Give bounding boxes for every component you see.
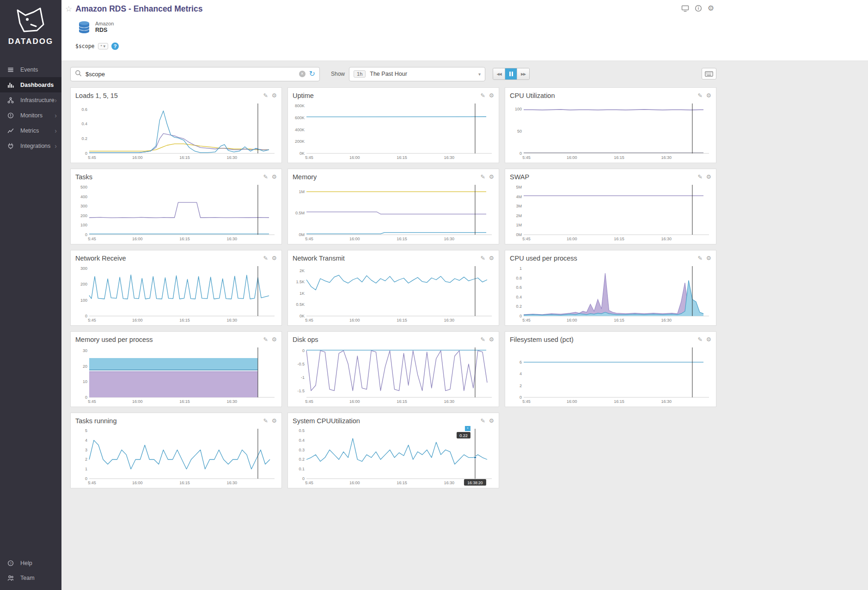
svg-text:4: 4 — [520, 371, 522, 376]
forward-button[interactable]: ▶▶ — [517, 68, 529, 79]
chart-plot-tasks-running[interactable]: 0123455:4516:0016:1516:30 — [75, 426, 277, 486]
chart-plot-tasks[interactable]: 01002003004005005:4516:0016:1516:30 — [75, 182, 277, 242]
svg-text:16:00: 16:00 — [349, 318, 360, 322]
svg-text:0.8: 0.8 — [516, 276, 522, 280]
chart-title: Network Receive — [75, 255, 126, 262]
edit-chart-pencil-icon[interactable]: ✎ — [480, 418, 485, 424]
svg-text:1: 1 — [520, 266, 522, 271]
edit-chart-pencil-icon[interactable]: ✎ — [480, 93, 485, 99]
edit-chart-pencil-icon[interactable]: ✎ — [697, 255, 702, 262]
chart-plot-network-receive[interactable]: 01002003005:4516:0016:1516:30 — [75, 263, 277, 323]
chart-plot-swap[interactable]: 0M1M2M3M4M5M5:4516:0016:1516:30 — [510, 182, 711, 242]
chart-plot-uptime[interactable]: 0K200K400K600K800K5:4516:0016:1516:30 — [293, 101, 494, 161]
sidebar-item-team[interactable]: Team — [0, 571, 61, 585]
svg-text:0.2: 0.2 — [81, 136, 87, 141]
chart-plot-cpu-utilization[interactable]: 0501005:4516:0016:1516:30 — [510, 101, 711, 161]
chart-title: CPU Utilization — [510, 92, 555, 99]
svg-text:200K: 200K — [295, 139, 305, 144]
svg-text:16:30: 16:30 — [444, 481, 455, 485]
chart-settings-gear-icon[interactable]: ⚙ — [706, 93, 711, 99]
edit-chart-pencil-icon[interactable]: ✎ — [263, 337, 268, 343]
chart-card-network-transmit: Network Transmit✎⚙0K0.5K1K1.5K2K5:4516:0… — [287, 250, 499, 326]
svg-text:16:38:20: 16:38:20 — [467, 481, 483, 485]
svg-text:*: * — [467, 426, 468, 431]
edit-chart-pencil-icon[interactable]: ✎ — [697, 93, 702, 99]
edit-chart-pencil-icon[interactable]: ✎ — [480, 174, 485, 180]
chart-plot-disk-ops[interactable]: 0-0.5-1-1.55:4516:0016:1516:30 — [293, 345, 494, 405]
chart-settings-gear-icon[interactable]: ⚙ — [706, 255, 711, 262]
svg-text:2K: 2K — [300, 268, 305, 273]
show-label: Show — [331, 71, 345, 77]
chart-settings-gear-icon[interactable]: ⚙ — [272, 418, 277, 424]
sidebar-item-metrics[interactable]: Metrics › — [0, 123, 61, 138]
sidebar-item-infrastructure[interactable]: Infrastructure › — [0, 92, 61, 108]
edit-chart-pencil-icon[interactable]: ✎ — [480, 255, 485, 262]
svg-text:16:00: 16:00 — [132, 237, 143, 241]
sidebar-item-help[interactable]: ? Help — [0, 556, 61, 571]
sidebar-item-events[interactable]: Events — [0, 62, 61, 77]
chart-settings-gear-icon[interactable]: ⚙ — [489, 418, 494, 424]
tv-mode-icon[interactable] — [681, 5, 689, 12]
chart-title: Filesystem used (pct) — [510, 336, 574, 343]
sidebar-item-integrations[interactable]: Integrations › — [0, 138, 61, 153]
edit-chart-pencil-icon[interactable]: ✎ — [697, 174, 702, 180]
svg-text:16:15: 16:15 — [614, 318, 624, 322]
favorite-star-icon[interactable]: ☆ — [65, 4, 72, 14]
chart-settings-gear-icon[interactable]: ⚙ — [272, 337, 277, 343]
chart-card-disk-ops: Disk ops✎⚙0-0.5-1-1.55:4516:0016:1516:30 — [287, 331, 499, 407]
chart-plot-loads[interactable]: 00.20.40.65:4516:0016:1516:30 — [75, 101, 277, 161]
chart-settings-gear-icon[interactable]: ⚙ — [489, 93, 494, 99]
main-area: ☆ Amazon RDS - Enhanced Metrics i ⚙ Amaz… — [61, 0, 868, 488]
chart-settings-gear-icon[interactable]: ⚙ — [272, 174, 277, 180]
info-icon[interactable]: i — [695, 5, 702, 12]
edit-chart-pencil-icon[interactable]: ✎ — [480, 337, 485, 343]
chart-settings-gear-icon[interactable]: ⚙ — [489, 174, 494, 180]
chart-settings-gear-icon[interactable]: ⚙ — [272, 93, 277, 99]
pause-button[interactable] — [505, 68, 517, 79]
chart-plot-cpu-per-process[interactable]: 00.20.40.60.815:4516:0016:1516:30 — [510, 263, 711, 323]
svg-text:5:45: 5:45 — [88, 318, 96, 322]
chart-settings-gear-icon[interactable]: ⚙ — [706, 337, 711, 343]
svg-text:2: 2 — [85, 457, 87, 462]
clear-search-icon[interactable]: × — [299, 71, 306, 77]
template-variable-row: $scope * ▾ ? — [75, 43, 868, 50]
time-range-select[interactable]: 1h The Past Hour ▾ — [349, 67, 485, 81]
chart-settings-gear-icon[interactable]: ⚙ — [272, 255, 277, 262]
template-variable-selector[interactable]: * ▾ — [98, 43, 109, 49]
sidebar-item-dashboards[interactable]: Dashboards — [0, 77, 61, 92]
edit-chart-pencil-icon[interactable]: ✎ — [263, 174, 268, 180]
settings-gear-icon[interactable]: ⚙ — [708, 5, 714, 12]
svg-text:16:30: 16:30 — [227, 237, 238, 241]
svg-text:5:45: 5:45 — [522, 399, 531, 404]
svg-text:400K: 400K — [295, 128, 305, 132]
rewind-button[interactable]: ◀◀ — [493, 68, 505, 79]
edit-chart-pencil-icon[interactable]: ✎ — [263, 255, 268, 262]
svg-text:300: 300 — [80, 204, 87, 208]
svg-text:400: 400 — [80, 195, 87, 199]
chart-plot-network-transmit[interactable]: 0K0.5K1K1.5K2K5:4516:0016:1516:30 — [293, 263, 494, 323]
chart-settings-gear-icon[interactable]: ⚙ — [489, 255, 494, 262]
refresh-icon[interactable]: ↻ — [309, 70, 315, 78]
chart-plot-memory[interactable]: 0M0.5M1M5:4516:0016:1516:30 — [293, 182, 494, 242]
sidebar-item-monitors[interactable]: Monitors › — [0, 108, 61, 123]
chart-plot-memory-per-process[interactable]: 01020305:4516:0016:1516:30 — [75, 345, 277, 405]
svg-text:0: 0 — [520, 314, 522, 318]
edit-chart-pencil-icon[interactable]: ✎ — [263, 93, 268, 99]
chevron-right-icon: › — [55, 112, 57, 119]
svg-text:16:00: 16:00 — [567, 155, 577, 160]
edit-chart-pencil-icon[interactable]: ✎ — [263, 418, 268, 424]
chart-title: Disk ops — [293, 336, 318, 343]
chart-plot-system-cpu[interactable]: 00.10.20.30.40.55:4516:0016:1516:30*0.22… — [293, 426, 494, 486]
svg-text:16:30: 16:30 — [661, 318, 672, 322]
svg-text:16:00: 16:00 — [349, 237, 360, 241]
chart-settings-gear-icon[interactable]: ⚙ — [706, 174, 711, 180]
chart-plot-filesystem-used[interactable]: 02465:4516:0016:1516:30 — [510, 345, 711, 405]
svg-text:0M: 0M — [299, 232, 305, 237]
template-variable-help-icon[interactable]: ? — [111, 43, 119, 50]
keyboard-shortcuts-button[interactable] — [702, 68, 716, 79]
chart-settings-gear-icon[interactable]: ⚙ — [489, 337, 494, 343]
sidebar-item-label: Infrastructure — [20, 97, 55, 103]
chart-card-memory: Memory✎⚙0M0.5M1M5:4516:0016:1516:30 — [287, 169, 499, 244]
edit-chart-pencil-icon[interactable]: ✎ — [697, 337, 702, 343]
search-input[interactable] — [86, 71, 295, 78]
